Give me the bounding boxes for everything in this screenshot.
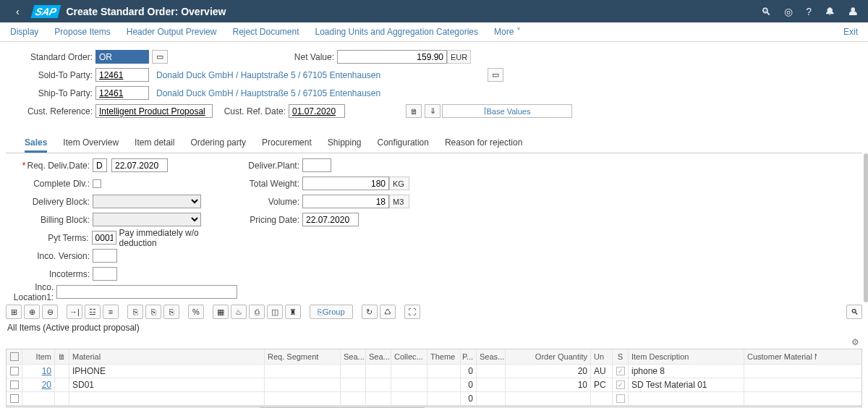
cell-p[interactable]: 0 [461,392,477,405]
tab-item-overview[interactable]: Item Overview [63,135,119,153]
user-icon[interactable]: 👤︎ [848,6,858,17]
cell-icon[interactable] [55,365,69,378]
volume-input[interactable] [302,195,389,208]
col-item-desc[interactable]: Item Description [629,349,744,364]
cell-qty[interactable] [506,392,591,405]
cell-sea2[interactable] [366,392,391,405]
cell-sea1[interactable] [341,392,366,405]
cell-sea2[interactable] [366,378,391,391]
cell-material[interactable]: SD01 [69,378,265,391]
cust-ref-date-input[interactable] [289,104,345,118]
standard-order-input[interactable] [95,50,149,64]
ship-to-input[interactable] [95,86,149,100]
tab-sales[interactable]: Sales [25,135,47,153]
tool-a3-icon[interactable]: ⎙ [249,305,265,319]
cell-sea1[interactable] [341,378,366,391]
tool-a4-icon[interactable]: ◫ [267,305,283,319]
row-select-checkbox[interactable] [10,381,19,389]
tool-expand-icon[interactable]: ⛶ [404,305,420,319]
col-unit[interactable]: Un [591,349,613,364]
tool-list2-icon[interactable]: ≡ [103,305,119,319]
table-row[interactable]: 10IPHONE020AU✓iphone 8 [7,365,861,378]
tool-add-icon[interactable]: ⊕ [24,305,40,319]
cell-sea2[interactable] [366,365,391,378]
col-icon[interactable]: 🗎 [55,349,69,364]
vertical-scrollbar[interactable] [864,153,868,302]
cell-icon[interactable] [55,392,69,405]
pricing-date-input[interactable] [302,213,359,226]
cell-unit[interactable]: AU [591,365,613,378]
tool-link-icon[interactable]: % [188,305,204,319]
cell-s[interactable]: ✓ [613,365,629,378]
row-select-checkbox[interactable] [10,367,19,375]
table-row[interactable]: 20SD01010PC✓SD Test Material 01 [7,378,861,392]
sold-to-input[interactable] [95,68,149,82]
cell-desc[interactable]: iphone 8 [629,365,744,378]
table-row[interactable]: 0 [7,392,861,406]
inco-version-input[interactable] [93,249,117,263]
cell-p[interactable]: 0 [461,365,477,378]
req-deliv-date-input[interactable] [111,158,168,172]
col-material[interactable]: Material [69,349,265,364]
cell-item[interactable]: 20 [22,378,55,391]
base-values-button[interactable]: ⌈ Base Values [442,104,572,118]
deliver-plant-input[interactable] [302,158,331,172]
inco-location1-input[interactable] [56,285,237,299]
tool-nav1-icon[interactable]: →| [67,305,82,319]
cell-segment[interactable] [265,392,341,405]
cell-p[interactable]: 0 [461,378,477,391]
tool-group-button[interactable]: ⎘ Group [310,305,353,319]
cell-seas[interactable] [477,365,506,378]
cell-desc[interactable] [629,392,744,405]
col-item[interactable]: Item [22,349,55,364]
col-p[interactable]: P... [461,349,477,364]
cell-item[interactable] [22,392,55,405]
cell-material[interactable]: IPHONE [69,365,265,378]
bell-icon[interactable]: 🔔︎ [825,6,835,17]
cell-theme[interactable] [427,378,461,391]
row-select-checkbox[interactable] [10,394,19,403]
cell-collec[interactable] [391,392,427,405]
cell-item[interactable]: 10 [22,365,55,378]
cell-qty[interactable]: 20 [506,365,591,378]
cust-ref-input[interactable] [95,104,213,118]
tool-a1-icon[interactable]: ▦ [213,305,229,319]
sold-to-name[interactable]: Donald Duck GmbH / Hauptstraße 5 / 67105… [156,70,380,80]
col-seas[interactable]: Seas... [477,349,506,364]
col-theme[interactable]: Theme [427,349,461,364]
req-deliv-code-input[interactable] [93,158,107,172]
incoterms-input[interactable] [93,267,117,281]
cell-qty[interactable]: 10 [506,378,591,391]
col-sea2[interactable]: Sea... [366,349,391,364]
cell-theme[interactable] [427,365,461,378]
menu-loading-units[interactable]: Loading Units and Aggregation Categories [315,27,479,37]
back-icon[interactable]: ‹ [10,3,25,20]
cell-cmn[interactable] [744,365,817,378]
tool-zoom-icon[interactable]: 🔍︎ [846,305,862,319]
tool-a2-icon[interactable]: ♨ [231,305,247,319]
cell-icon[interactable] [55,378,69,391]
ship-to-name[interactable]: Donald Duck GmbH / Hauptstraße 5 / 67105… [156,88,380,98]
tab-item-detail[interactable]: Item detail [135,135,174,153]
col-order-qty[interactable]: Order Quantity [506,349,591,364]
cell-cmn[interactable] [744,392,817,405]
value-help-icon[interactable]: ▭ [152,50,168,64]
menu-exit[interactable]: Exit [843,27,858,37]
tab-shipping[interactable]: Shipping [328,135,362,153]
cell-desc[interactable]: SD Test Material 01 [629,378,744,391]
col-req-segment[interactable]: Req. Segment [265,349,341,364]
menu-more[interactable]: More ˅ [494,27,521,37]
tool-copy3-icon[interactable]: ⎘ [163,305,179,319]
cell-cmn[interactable] [744,378,817,391]
total-weight-input[interactable] [302,177,389,190]
table-settings-icon[interactable]: ⚙ [0,336,868,349]
doc-icon-2[interactable]: ⇓ [425,104,441,118]
tool-display-icon[interactable]: ⊞ [6,305,22,319]
col-cust-mat[interactable]: Customer Material Numl [744,349,817,364]
cell-seas[interactable] [477,378,506,391]
cell-sea1[interactable] [341,365,366,378]
tool-refresh-icon[interactable]: ♺ [380,305,396,319]
cell-s[interactable]: ✓ [613,378,629,391]
tab-configuration[interactable]: Configuration [378,135,429,153]
col-s[interactable]: S [613,349,629,364]
